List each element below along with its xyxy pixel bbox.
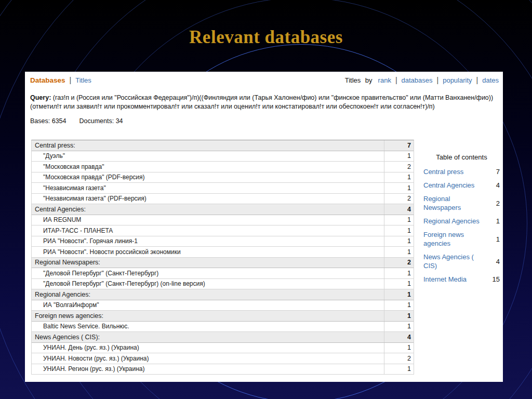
toc-item: Central press7 bbox=[423, 167, 500, 176]
top-navigation: Databases | Titles Titles by rank|databa… bbox=[30, 75, 499, 85]
section-label: Foreign news agencies: bbox=[32, 312, 384, 320]
sort-link-rank[interactable]: rank bbox=[378, 76, 391, 84]
database-link[interactable]: УНИАН. Новости (рус. яз.) (Украина) bbox=[32, 355, 384, 362]
slide-background: Relevant databases Databases | Titles Ti… bbox=[0, 0, 532, 399]
document-count: 1 bbox=[384, 289, 414, 300]
database-link[interactable]: "Независимая газета" bbox=[32, 184, 384, 192]
table-row: УНИАН. Новости (рус. яз.) (Украина)2 bbox=[32, 353, 414, 364]
document-count: 4 bbox=[384, 204, 414, 215]
database-link[interactable]: ИА "ВолгаИнформ" bbox=[32, 301, 384, 309]
document-count: 1 bbox=[384, 322, 414, 332]
table-row: "Независимая газета"1 bbox=[32, 183, 414, 194]
sort-separator: | bbox=[395, 76, 398, 84]
toc-link[interactable]: Regional Agencies bbox=[423, 217, 487, 225]
document-count: 1 bbox=[384, 268, 414, 278]
database-link[interactable]: ИА REGNUM bbox=[32, 216, 384, 223]
page-title: Relevant databases bbox=[0, 27, 532, 48]
table-row: ИА "ВолгаИнформ"1 bbox=[32, 300, 414, 311]
toc-title: Table of contents bbox=[423, 153, 500, 161]
database-link[interactable]: РИА "Новости". Горячая линия-1 bbox=[32, 237, 384, 245]
sort-prefix-label: Titles by bbox=[345, 76, 373, 84]
databases-table: Central press:7"Дуэль"1"Московская правд… bbox=[31, 140, 414, 375]
table-section-row: Regional Newspapers:2 bbox=[32, 258, 414, 269]
table-section-row: News Agencies ( CIS):4 bbox=[32, 332, 414, 343]
toc-link[interactable]: Internet Media bbox=[423, 275, 487, 284]
database-link[interactable]: "Деловой Петербург" (Санкт-Петербург) bbox=[32, 270, 384, 277]
table-of-contents: Table of contents Central press7Central … bbox=[423, 153, 500, 288]
table-row: ИТАР-ТАСС - ПЛАНЕТА1 bbox=[32, 225, 414, 236]
document-count: 7 bbox=[384, 140, 414, 151]
toc-items: Central press7Central Agencies4Regional … bbox=[423, 167, 500, 284]
documents-value: 34 bbox=[116, 117, 123, 125]
database-link[interactable]: "Московская правда" bbox=[32, 163, 384, 170]
sort-link-dates[interactable]: dates bbox=[482, 76, 499, 84]
table-row: "Деловой Петербург" (Санкт-Петербург) (o… bbox=[32, 279, 414, 290]
database-link[interactable]: УНИАН. Регион (рус. яз.) (Украина) bbox=[32, 365, 384, 373]
database-link[interactable]: "Московская правда" (PDF-версия) bbox=[32, 174, 384, 181]
toc-item: Regional Agencies1 bbox=[423, 217, 500, 225]
document-count: 1 bbox=[384, 364, 414, 375]
toc-link[interactable]: News Agencies ( CIS) bbox=[423, 252, 487, 270]
database-link[interactable]: ИТАР-ТАСС - ПЛАНЕТА bbox=[32, 227, 384, 234]
table-row: ИА REGNUM1 bbox=[32, 215, 414, 226]
section-label: News Agencies ( CIS): bbox=[32, 334, 384, 341]
document-count: 4 bbox=[384, 332, 414, 342]
toc-count: 2 bbox=[487, 199, 500, 208]
toc-link[interactable]: Foreign news agencies bbox=[423, 230, 487, 248]
sort-link-databases[interactable]: databases bbox=[402, 76, 433, 84]
toc-item: Internet Media15 bbox=[423, 275, 500, 284]
search-results-panel: Databases | Titles Titles by rank|databa… bbox=[25, 72, 503, 382]
table-row: "Дуэль"1 bbox=[32, 151, 414, 162]
section-label: Central press: bbox=[32, 142, 384, 149]
document-count: 1 bbox=[384, 225, 414, 236]
tab-databases[interactable]: Databases bbox=[30, 76, 65, 84]
document-count: 1 bbox=[384, 183, 414, 193]
document-count: 1 bbox=[384, 279, 414, 289]
query-block: Query: (газ!п и (Россия или "Российская … bbox=[30, 94, 499, 111]
sort-options: Titles by rank|databases|popularity|date… bbox=[345, 76, 499, 84]
toc-link[interactable]: Central Agencies bbox=[423, 181, 487, 190]
database-link[interactable]: РИА "Новости". Новости российской эконом… bbox=[32, 248, 384, 256]
toc-item: Central Agencies4 bbox=[423, 181, 500, 190]
table-row: "Деловой Петербург" (Санкт-Петербург)1 bbox=[32, 268, 414, 279]
toc-count: 4 bbox=[487, 257, 500, 266]
document-count: 1 bbox=[384, 215, 414, 225]
toc-link[interactable]: Central press bbox=[423, 167, 487, 176]
document-count: 1 bbox=[384, 247, 414, 257]
document-count: 2 bbox=[384, 258, 414, 268]
document-count: 1 bbox=[384, 236, 414, 247]
table-row: "Московская правда"2 bbox=[32, 162, 414, 172]
section-label: Central Agencies: bbox=[32, 206, 384, 213]
document-count: 2 bbox=[384, 162, 414, 172]
database-link[interactable]: "Дуэль" bbox=[32, 152, 384, 159]
toc-item: Regional Newspapers2 bbox=[423, 194, 500, 212]
table-section-row: Foreign news agencies:1 bbox=[32, 311, 414, 322]
database-link[interactable]: Baltic News Service. Вильнюс. bbox=[32, 323, 384, 330]
tab-titles[interactable]: Titles bbox=[75, 76, 91, 84]
toc-count: 15 bbox=[487, 275, 500, 284]
document-count: 2 bbox=[384, 353, 414, 364]
documents-label: Documents: bbox=[79, 117, 114, 125]
view-tabs: Databases | Titles bbox=[30, 76, 91, 84]
toc-count: 1 bbox=[487, 235, 500, 244]
table-row: "Московская правда" (PDF-версия)1 bbox=[32, 172, 414, 183]
table-section-row: Central press:7 bbox=[32, 140, 414, 151]
document-count: 1 bbox=[384, 151, 414, 162]
database-link[interactable]: УНИАН. День (рус. яз.) (Украина) bbox=[32, 344, 384, 351]
stats-line: Bases: 6354 Documents: 34 bbox=[30, 117, 499, 125]
sort-links: rank|databases|popularity|dates bbox=[378, 76, 499, 84]
database-link[interactable]: "Независимая газета" (PDF-версия) bbox=[32, 195, 384, 202]
database-link[interactable]: "Деловой Петербург" (Санкт-Петербург) (o… bbox=[32, 280, 384, 287]
table-row: Baltic News Service. Вильнюс.1 bbox=[32, 322, 414, 332]
table-row: "Независимая газета" (PDF-версия)2 bbox=[32, 194, 414, 205]
table-row: УНИАН. Регион (рус. яз.) (Украина)1 bbox=[32, 364, 414, 375]
toc-link[interactable]: Regional Newspapers bbox=[423, 194, 487, 212]
document-count: 1 bbox=[384, 343, 414, 353]
table-row: РИА "Новости". Горячая линия-11 bbox=[32, 236, 414, 247]
tab-separator: | bbox=[69, 76, 72, 84]
sort-link-popularity[interactable]: popularity bbox=[443, 76, 472, 84]
toc-item: Foreign news agencies1 bbox=[423, 230, 500, 248]
toc-count: 1 bbox=[487, 217, 500, 225]
table-row: РИА "Новости". Новости российской эконом… bbox=[32, 247, 414, 258]
document-count: 1 bbox=[384, 300, 414, 311]
